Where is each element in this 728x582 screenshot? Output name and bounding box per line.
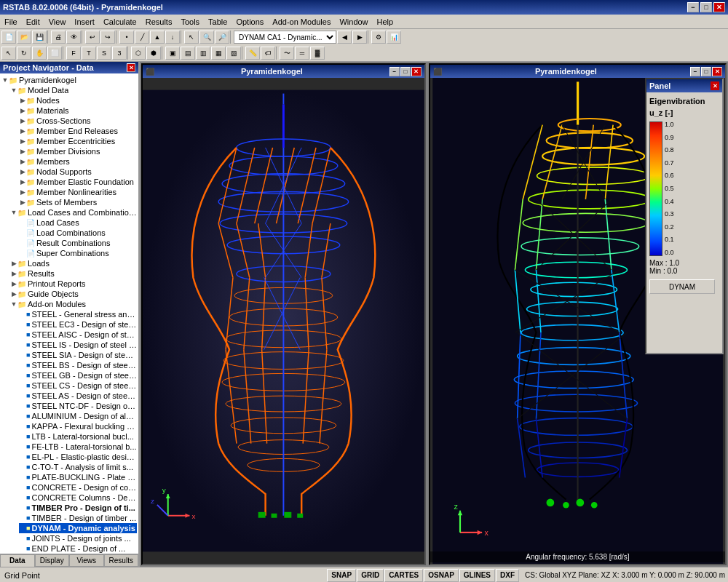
- tree-item-ltb[interactable]: ■ LTB - Lateral-torsional bucl...: [19, 431, 137, 442]
- tree-item-super-combinations[interactable]: 📄 Super Combinations: [19, 248, 137, 258]
- tb-3d[interactable]: 3: [112, 47, 127, 60]
- tree-item-result-combinations[interactable]: 📄 Result Combinations: [19, 238, 137, 248]
- tb-redo[interactable]: ↪: [100, 31, 115, 44]
- panel-dynam-button[interactable]: DYNAM: [649, 279, 715, 294]
- vp-left-max[interactable]: □: [400, 67, 411, 76]
- tree-item-concrete-columns[interactable]: ■ CONCRETE Columns - Des...: [19, 493, 137, 503]
- tree-item-member-end-releases[interactable]: ▶ 📁 Member End Releases: [19, 126, 137, 136]
- tb-internal[interactable]: ═: [295, 47, 309, 60]
- tree-item-materials[interactable]: ▶ 📁 Materials: [19, 105, 137, 116]
- menu-options[interactable]: Options: [232, 16, 268, 28]
- menu-results[interactable]: Results: [141, 16, 177, 28]
- tb-cursor[interactable]: ↖: [1, 47, 16, 60]
- tb-rotate[interactable]: ↻: [17, 47, 31, 60]
- tree-item-loads[interactable]: ▶ 📁 Loads: [10, 258, 137, 268]
- menu-help[interactable]: Help: [373, 16, 398, 28]
- tb-zoom-window[interactable]: ⬜: [47, 47, 62, 60]
- tb-label[interactable]: 🏷: [261, 47, 275, 60]
- tree-item-steel-aisc[interactable]: ■ STEEL AISC - Design of stee...: [19, 330, 137, 340]
- vp-right-max[interactable]: □: [701, 67, 711, 76]
- tree-item-members[interactable]: ▶ 📁 Members: [19, 156, 137, 167]
- tree-item-feltb[interactable]: ■ FE-LTB - Lateral-torsional b...: [19, 442, 137, 452]
- tb-wire[interactable]: ⬡: [131, 47, 146, 60]
- tree-item-cross-sections[interactable]: ▶ 📁 Cross-Sections: [19, 116, 137, 126]
- tree-item-model-data[interactable]: ▼ 📁 Model Data: [10, 85, 137, 95]
- tree-item-plate-buckling[interactable]: ■ PLATE-BUCKLING - Plate b...: [19, 472, 137, 482]
- menu-insert[interactable]: Insert: [70, 16, 99, 28]
- tb-top[interactable]: T: [82, 47, 96, 60]
- vp-left-close[interactable]: ✕: [411, 67, 422, 76]
- tb-node[interactable]: •: [119, 31, 134, 44]
- tb-solid[interactable]: ⬢: [146, 47, 161, 60]
- tree-item-steel-bs[interactable]: ■ STEEL BS - Design of steel m...: [19, 360, 137, 370]
- tb-stress[interactable]: ▓: [310, 47, 325, 60]
- tree-item-steel-as[interactable]: ■ STEEL AS - Design of steel m...: [19, 391, 137, 401]
- nav-tab-results[interactable]: Results: [104, 554, 139, 567]
- tree-item-member-nonlinearities[interactable]: ▶ 📁 Member Nonlinearities: [19, 187, 137, 197]
- minimize-button[interactable]: −: [687, 2, 699, 12]
- tree-item-addon-modules[interactable]: ▼ 📁 Add-on Modules: [10, 299, 137, 309]
- tb-zoom-in[interactable]: 🔍: [199, 31, 214, 44]
- tb-print[interactable]: 🖨: [51, 31, 66, 44]
- close-button[interactable]: ✕: [713, 2, 725, 12]
- tree-item-kappa[interactable]: ■ KAPPA - Flexural buckling a...: [19, 421, 137, 431]
- tb-prev-case[interactable]: ◀: [337, 31, 352, 44]
- tb-pan[interactable]: ✋: [32, 47, 47, 60]
- tb-save[interactable]: 💾: [32, 31, 47, 44]
- vp-left-min[interactable]: −: [389, 67, 400, 76]
- tree-item-steel-ec3[interactable]: ■ STEEL EC3 - Design of steel...: [19, 319, 137, 330]
- tree-item-steel-sia[interactable]: ■ STEEL SIA - Design of steel ...: [19, 350, 137, 360]
- tree-item-load-cases-combinations[interactable]: ▼ 📁 Load Cases and Combinations: [10, 207, 137, 218]
- snap-osnap[interactable]: OSNAP: [424, 569, 459, 582]
- tree-item-member-eccentricities[interactable]: ▶ 📁 Member Eccentricities: [19, 136, 137, 146]
- menu-file[interactable]: File: [0, 16, 22, 28]
- tb-preview[interactable]: 👁: [66, 31, 81, 44]
- viewport-right[interactable]: ⬛ Pyramidenkogel − □ ✕ Eigenvibration u_…: [429, 63, 727, 565]
- tb-render3[interactable]: ▥: [196, 47, 210, 60]
- tb-measure[interactable]: 📏: [245, 47, 260, 60]
- tree-item-elpl[interactable]: ■ EL-PL - Elastic-plastic desig...: [19, 452, 137, 462]
- tree-item-end-plate[interactable]: ■ END PLATE - Design of ...: [19, 543, 137, 554]
- tree-item-concrete[interactable]: ■ CONCRETE - Design of cor...: [19, 482, 137, 493]
- tb-zoom-out[interactable]: 🔎: [215, 31, 229, 44]
- tb-calc[interactable]: ⚙: [371, 31, 386, 44]
- nav-tab-views[interactable]: Views: [69, 554, 104, 567]
- menu-calculate[interactable]: Calculate: [99, 16, 141, 28]
- tb-next-case[interactable]: ▶: [352, 31, 367, 44]
- navigator-close-button[interactable]: ✕: [127, 63, 135, 72]
- tb-render1[interactable]: ▣: [165, 47, 180, 60]
- tree-item-results[interactable]: ▶ 📁 Results: [10, 268, 137, 279]
- snap-snap[interactable]: SNAP: [327, 569, 356, 582]
- nav-tab-data[interactable]: Data: [0, 554, 35, 567]
- tree-item-steel-is[interactable]: ■ STEEL IS - Design of steel m...: [19, 340, 137, 350]
- snap-glines[interactable]: GLINES: [459, 569, 495, 582]
- tree-item-sets-of-members[interactable]: ▶ 📁 Sets of Members: [19, 197, 137, 207]
- tb-load[interactable]: ↓: [165, 31, 180, 44]
- tb-render5[interactable]: ▧: [226, 47, 241, 60]
- tree-item-member-elastic-foundation[interactable]: ▶ 📁 Member Elastic Foundation: [19, 177, 137, 187]
- tb-side[interactable]: S: [97, 47, 111, 60]
- tree-item-steel-ntcdf[interactable]: ■ STEEL NTC-DF - Design of ...: [19, 401, 137, 411]
- tb-undo[interactable]: ↩: [85, 31, 100, 44]
- panel-close-button[interactable]: ✕: [711, 81, 719, 90]
- vp-right-min[interactable]: −: [690, 67, 700, 76]
- vp-right-close[interactable]: ✕: [712, 67, 722, 76]
- tree-item-printout-reports[interactable]: ▶ 📁 Printout Reports: [10, 279, 137, 289]
- nav-tab-display[interactable]: Display: [35, 554, 70, 567]
- maximize-button[interactable]: □: [700, 2, 712, 12]
- tree-item-timber-pro[interactable]: ■ TIMBER Pro - Design of ti...: [19, 503, 137, 513]
- tree-item-guide-objects[interactable]: ▶ 📁 Guide Objects: [10, 289, 137, 299]
- tree-item-timber[interactable]: ■ TIMBER - Design of timber ...: [19, 513, 137, 523]
- tree-item-aluminium[interactable]: ■ ALUMINIUM - Design of alu...: [19, 411, 137, 421]
- tb-select[interactable]: ↖: [184, 31, 199, 44]
- tb-deform[interactable]: 〜: [280, 47, 294, 60]
- tree-item-steel-cs[interactable]: ■ STEEL CS - Design of steel m...: [19, 380, 137, 391]
- menu-table[interactable]: Table: [204, 16, 232, 28]
- menu-tools[interactable]: Tools: [176, 16, 204, 28]
- tb-results-view[interactable]: 📊: [387, 31, 401, 44]
- menu-addon[interactable]: Add-on Modules: [268, 16, 335, 28]
- snap-grid[interactable]: GRID: [357, 569, 384, 582]
- menu-view[interactable]: View: [44, 16, 71, 28]
- tree-item-nodal-supports[interactable]: ▶ 📁 Nodal Supports: [19, 167, 137, 177]
- tree-item-load-combinations[interactable]: 📄 Load Combinations: [19, 228, 137, 238]
